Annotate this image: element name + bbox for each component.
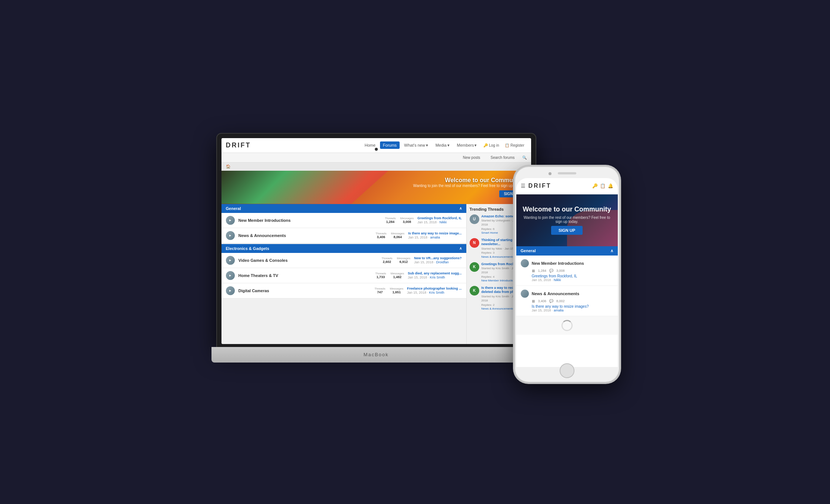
- laptop-camera: [375, 148, 378, 151]
- forum-name: Digital Cameras: [239, 288, 371, 293]
- key-icon: 🔑: [483, 143, 488, 147]
- laptop-body: DRIFT Home Forums What's new ▾ Media ▾: [217, 134, 536, 348]
- forum-stats: Threads 1,284 Messages 3,008: [385, 217, 414, 224]
- category-general: General ∧ New Member Introductions Threa…: [221, 204, 466, 243]
- phone-latest-meta: Jan 15, 2018 · amalia: [521, 308, 613, 312]
- latest-title[interactable]: New to VR...any suggestions?: [414, 256, 462, 261]
- home-breadcrumb-icon[interactable]: 🏠: [226, 164, 230, 168]
- forum-latest: New to VR...any suggestions? Jan 15, 201…: [414, 256, 462, 264]
- latest-title[interactable]: Sub died, any replacement sugg...: [408, 271, 462, 276]
- phone-forum-row: News & Announcements ▦ 3,406 💬 8,002 Is …: [516, 286, 618, 316]
- latest-meta: Jan 15, 2018 · amalia: [408, 236, 462, 239]
- phone-forum-row: New Member Introductions ▦ 1,284 💬 3,008…: [516, 256, 618, 286]
- chevron-down-icon: ▾: [447, 143, 450, 148]
- threads-stat: Threads 1,733: [375, 272, 386, 279]
- forum-name: Home Theaters & TV: [239, 273, 372, 278]
- messages-stat: Messages 1,651: [390, 287, 403, 294]
- phone-banner-subtitle: Wanting to join the rest of our members?…: [521, 216, 613, 224]
- forum-row: New Member Introductions Threads 1,284 M…: [221, 213, 466, 228]
- chevron-icon: ∧: [459, 206, 462, 210]
- forum-latest: Greetings from Rockford, IL Jan 15, 2018…: [417, 216, 462, 224]
- clipboard-icon: 📋: [505, 143, 509, 147]
- breadcrumb: 🏠: [221, 163, 531, 171]
- phone-nav-icons: 🔑 📋 🔔: [592, 183, 613, 188]
- laptop-brand: MacBook: [363, 352, 389, 357]
- threads-stat: Threads 747: [374, 287, 385, 294]
- phone-home-button[interactable]: [560, 363, 574, 378]
- messages-icon: 💬: [549, 299, 553, 303]
- bookmark-icon[interactable]: 📋: [600, 183, 606, 188]
- forum-latest: Is there any way to resize image... Jan …: [408, 231, 462, 240]
- phone-forum-name: News & Announcements: [532, 291, 580, 296]
- banner-text: Welcome to our Community Wanting to join…: [413, 177, 524, 197]
- category-electronics: Electronics & Gadgets ∧ Video Games & Co…: [221, 244, 466, 298]
- new-posts-link[interactable]: New posts: [460, 154, 483, 161]
- forum-latest: Sub died, any replacement sugg... Jan 15…: [408, 271, 462, 280]
- phone-speaker: [558, 172, 576, 174]
- hamburger-icon[interactable]: ☰: [521, 183, 526, 189]
- forum-latest: Freelance photographer looking ... Jan 1…: [407, 287, 462, 295]
- latest-meta: Jan 15, 2018 · Kris Smith: [407, 291, 462, 294]
- phone-banner: Welcome to our Community Wanting to join…: [516, 194, 618, 246]
- nav-members[interactable]: Members ▾: [454, 141, 480, 149]
- latest-title[interactable]: Freelance photographer looking ...: [407, 287, 462, 291]
- phone-signup-button[interactable]: SIGN UP: [551, 226, 583, 235]
- phone-navbar: ☰ DRIFT 🔑 📋 🔔: [516, 178, 618, 194]
- scroll-loader: [561, 320, 573, 331]
- phone-camera: [549, 172, 551, 175]
- forum-stats: Threads 2,602 Messages 6,912: [381, 257, 410, 264]
- banner-car-graphic: [221, 171, 407, 204]
- forum-banner: Welcome to our Community Wanting to join…: [221, 171, 531, 204]
- phone-forum-row-header: News & Announcements: [521, 290, 613, 298]
- search-forums-link[interactable]: Search forums: [487, 154, 517, 161]
- forum-icon: [226, 271, 235, 280]
- forum-name: Video Games & Consoles: [239, 258, 378, 263]
- banner-title: Welcome to our Community: [413, 177, 524, 184]
- phone-forum-row-header: New Member Introductions: [521, 259, 613, 267]
- search-icon[interactable]: 🔍: [522, 156, 527, 160]
- nav-login[interactable]: 🔑 Log in: [481, 142, 501, 149]
- threads-icon: ▦: [532, 299, 535, 303]
- bell-icon[interactable]: 🔔: [608, 183, 613, 188]
- forum-row: Video Games & Consoles Threads 2,602 Mes…: [221, 253, 466, 268]
- messages-icon: 💬: [549, 269, 553, 273]
- chevron-icon: ∧: [610, 248, 613, 253]
- latest-title[interactable]: Greetings from Rockford, IL: [417, 216, 462, 221]
- nav-register[interactable]: 📋 Register: [503, 142, 526, 149]
- chevron-icon: ∧: [459, 246, 462, 250]
- messages-stat: Messages 6,912: [397, 257, 410, 264]
- phone-logo: DRIFT: [529, 183, 589, 189]
- laptop-device: DRIFT Home Forums What's new ▾ Media ▾: [211, 123, 541, 367]
- forum-row: Digital Cameras Threads 747 Messages 1,6…: [221, 283, 466, 298]
- category-header-general[interactable]: General ∧: [221, 204, 466, 213]
- nav-media[interactable]: Media ▾: [433, 141, 453, 149]
- banner-subtitle: Wanting to join the rest of our members?…: [413, 184, 524, 188]
- scene: DRIFT Home Forums What's new ▾ Media ▾: [211, 123, 619, 382]
- phone-scroll-indicator: [516, 316, 618, 335]
- nav-whats-new[interactable]: What's new ▾: [401, 141, 431, 149]
- nav-links: Home Forums What's new ▾ Media ▾ Members: [361, 141, 526, 149]
- chevron-down-icon: ▾: [426, 143, 428, 148]
- forum-stats: Threads 747 Messages 1,651: [374, 287, 403, 294]
- latest-meta: Jan 15, 2018 · Droidfan: [414, 260, 462, 264]
- phone-latest-meta: Jan 15, 2018 · Nikki: [521, 278, 613, 282]
- nav-forums[interactable]: Forums: [380, 141, 400, 149]
- phone-latest-title[interactable]: Is there any way to resize images?: [521, 304, 613, 308]
- forum-row: News & Announcements Threads 3,406 Messa…: [221, 228, 466, 243]
- phone-forum-icon: [521, 259, 529, 267]
- messages-stat: Messages 8,064: [391, 232, 404, 239]
- chevron-down-icon: ▾: [474, 143, 477, 148]
- latest-title[interactable]: Is there any way to resize image...: [408, 231, 462, 236]
- avatar: U: [470, 214, 479, 224]
- laptop-base: MacBook: [211, 347, 541, 363]
- phone-category-header-general[interactable]: General ∧: [516, 246, 618, 256]
- phone-latest-title[interactable]: Greetings from Rockford, IL: [521, 274, 613, 278]
- latest-meta: Jan 15, 2018 · Nikki: [417, 220, 462, 224]
- messages-stat: Messages 1,482: [390, 272, 404, 279]
- phone-forum-stats: ▦ 1,284 💬 3,008: [521, 269, 613, 273]
- key-icon[interactable]: 🔑: [592, 183, 598, 188]
- forum-subnav: New posts Search forums 🔍: [221, 153, 531, 163]
- phone-forum-name: New Member Introductions: [532, 261, 584, 266]
- category-header-electronics[interactable]: Electronics & Gadgets ∧: [221, 244, 466, 253]
- phone-device: ☰ DRIFT 🔑 📋 🔔 Welcome to our Community W…: [515, 167, 619, 382]
